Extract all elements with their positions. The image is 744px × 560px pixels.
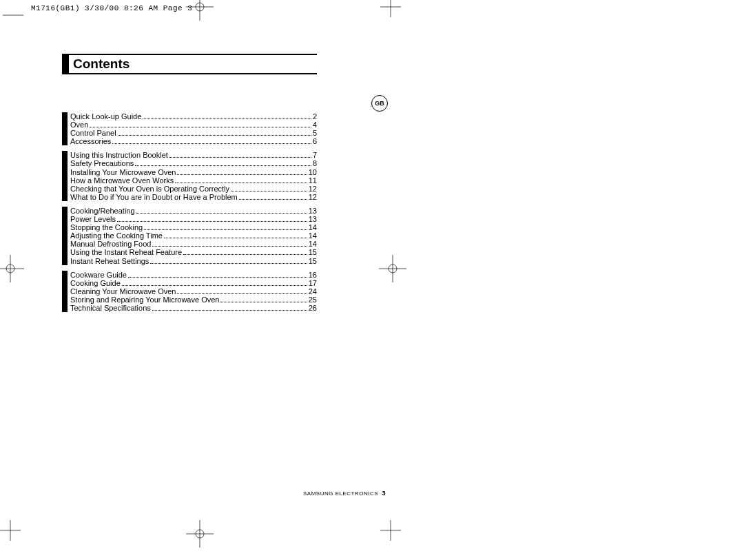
- toc-page: 10: [309, 168, 317, 176]
- toc-leader: [177, 288, 307, 294]
- toc-group: Cooking/Reheating 13Power Levels 13Stopp…: [62, 207, 317, 265]
- toc-row: Instant Reheat Settings 15: [70, 257, 317, 265]
- toc-page: 2: [313, 112, 317, 121]
- toc-leader: [122, 280, 307, 286]
- toc-label: Cooking Guide: [70, 279, 121, 287]
- toc-row: Technical Specifications 26: [70, 304, 317, 312]
- toc-leader: [90, 121, 311, 127]
- page-title: Contents: [69, 56, 130, 72]
- toc-label: Stopping the Cooking: [70, 223, 143, 231]
- toc-leader: [118, 130, 311, 136]
- toc-label: Adjusting the Cooking Time: [70, 231, 163, 240]
- toc-row: Quick Look-up Guide 2: [70, 112, 317, 121]
- group-entries: Cookware Guide 16Cooking Guide 17Cleanin…: [70, 271, 317, 312]
- page-footer: SAMSUNG ELECTRONICS 3: [62, 490, 386, 497]
- toc-row: Control Panel 5: [70, 129, 317, 137]
- title-accent: [62, 55, 69, 73]
- toc-row: How a Microwave Oven Works 11: [70, 176, 317, 185]
- toc-page: 25: [309, 295, 317, 304]
- toc-row: Adjusting the Cooking Time 14: [70, 231, 317, 240]
- footer-page-number: 3: [382, 490, 386, 497]
- toc-page: 17: [309, 279, 317, 287]
- crop-mark-bl: [0, 520, 21, 541]
- toc-row: Storing and Repairing Your Microwave Ove…: [70, 295, 317, 304]
- toc-leader: [117, 216, 307, 222]
- group-entries: Cooking/Reheating 13Power Levels 13Stopp…: [70, 207, 317, 265]
- toc-page: 7: [313, 151, 317, 159]
- toc-leader: [135, 160, 311, 167]
- title-bar: Contents: [62, 54, 317, 74]
- toc-label: Cleaning Your Microwave Oven: [70, 287, 176, 295]
- toc-leader: [128, 271, 307, 278]
- toc-page: 5: [313, 129, 317, 137]
- toc-label: Storing and Repairing Your Microwave Ove…: [70, 295, 219, 304]
- toc-row: Cooking/Reheating 13: [70, 207, 317, 215]
- toc-page: 12: [309, 185, 317, 193]
- toc-leader: [164, 233, 307, 239]
- toc-page: 14: [309, 231, 317, 240]
- toc-page: 16: [309, 271, 317, 279]
- toc-page: 14: [309, 223, 317, 231]
- toc-leader: [152, 304, 307, 311]
- toc-group: Using this Instruction Booklet 7Safety P…: [62, 151, 317, 201]
- toc-row: Checking that Your Oven is Operating Cor…: [70, 185, 317, 193]
- toc-page: 4: [313, 121, 317, 129]
- toc-row: Manual Defrosting Food 14: [70, 240, 317, 248]
- toc-leader: [143, 113, 311, 119]
- crop-mark-bottom: [186, 520, 214, 548]
- toc-page: 15: [309, 257, 317, 265]
- toc-page: 14: [309, 240, 317, 248]
- crop-mark-right: [379, 255, 406, 282]
- toc-page: 24: [309, 287, 317, 295]
- group-accent: [62, 151, 68, 201]
- toc-page: 13: [309, 215, 317, 223]
- toc-leader: [150, 258, 307, 264]
- toc-page: 8: [313, 159, 317, 167]
- toc-page: 12: [309, 193, 317, 201]
- toc-group: Cookware Guide 16Cooking Guide 17Cleanin…: [62, 271, 317, 312]
- toc-leader: [112, 138, 311, 145]
- toc-row: Installing Your Microwave Oven 10: [70, 168, 317, 176]
- svg-point-10: [389, 265, 397, 273]
- toc-leader: [239, 194, 307, 200]
- toc-label: Instant Reheat Settings: [70, 257, 149, 265]
- toc-label: How a Microwave Oven Works: [70, 176, 174, 185]
- toc-label: Manual Defrosting Food: [70, 240, 151, 248]
- toc-row: Cookware Guide 16: [70, 271, 317, 279]
- toc-leader: [175, 177, 307, 183]
- toc-page: 15: [309, 248, 317, 256]
- toc-row: Cleaning Your Microwave Oven 24: [70, 287, 317, 295]
- toc-row: Power Levels 13: [70, 215, 317, 223]
- toc-label: What to Do if You are in Doubt or Have a…: [70, 193, 238, 201]
- toc-leader: [136, 207, 307, 214]
- crop-tick-tl: [3, 12, 23, 18]
- crop-mark-top-corner: [380, 0, 401, 17]
- toc-label: Using this Instruction Booklet: [70, 151, 168, 159]
- toc-leader: [144, 224, 307, 230]
- group-accent: [62, 271, 68, 312]
- toc-page: 26: [309, 304, 317, 312]
- toc-leader: [220, 296, 307, 302]
- toc-label: Cookware Guide: [70, 271, 127, 279]
- toc-row: Cooking Guide 17: [70, 279, 317, 287]
- group-accent: [62, 112, 68, 145]
- toc-row: What to Do if You are in Doubt or Have a…: [70, 193, 317, 201]
- toc-label: Cooking/Reheating: [70, 207, 135, 215]
- toc-label: Technical Specifications: [70, 304, 151, 312]
- toc-label: Safety Precautions: [70, 159, 134, 167]
- toc-leader: [231, 185, 307, 191]
- svg-point-7: [6, 265, 14, 273]
- toc-row: Using the Instant Reheat Feature 15: [70, 248, 317, 256]
- footer-company: SAMSUNG ELECTRONICS: [303, 490, 378, 497]
- group-entries: Quick Look-up Guide 2Oven 4Control Panel…: [70, 112, 317, 145]
- toc-label: Installing Your Microwave Oven: [70, 168, 176, 176]
- table-of-contents: Quick Look-up Guide 2Oven 4Control Panel…: [62, 112, 317, 318]
- toc-row: Safety Precautions 8: [70, 159, 317, 167]
- toc-label: Power Levels: [70, 215, 116, 223]
- toc-row: Stopping the Cooking 14: [70, 223, 317, 231]
- toc-leader: [177, 169, 307, 175]
- toc-label: Checking that Your Oven is Operating Cor…: [70, 185, 229, 193]
- toc-group: Quick Look-up Guide 2Oven 4Control Panel…: [62, 112, 317, 145]
- group-accent: [62, 207, 68, 265]
- print-slug: M1716(GB1) 3/30/00 8:26 AM Page 3: [31, 4, 192, 12]
